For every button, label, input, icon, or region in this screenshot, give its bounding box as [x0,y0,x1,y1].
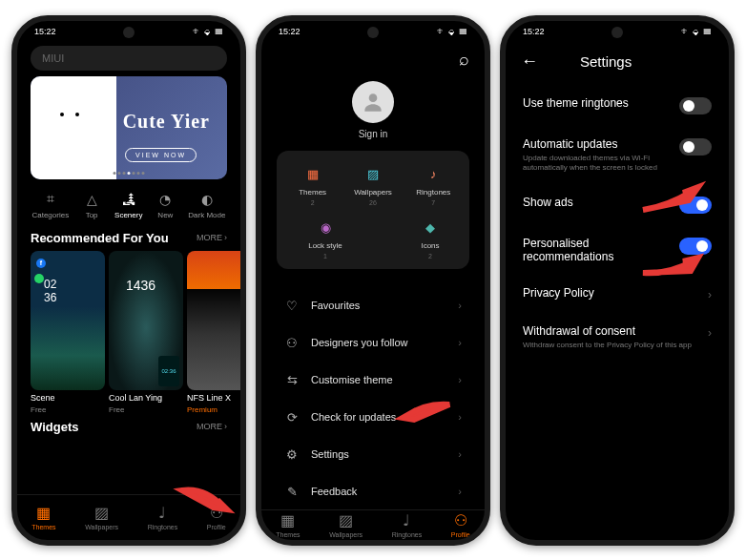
phone-settings: 15:22 ᯤ ⬙ ䷀ ← Settings Use theme rington… [500,15,735,546]
nav-wallpapers[interactable]: ▨Wallpapers [85,504,118,530]
menu-list: ♡Favourites› ⚇Designers you follow› ⇆Cus… [277,288,469,509]
themes-icon: ▦ [280,511,295,529]
theme-card[interactable]: 143602:36 Cool Lan Ying Free [109,251,183,414]
menu-updates[interactable]: ⟳Check for updates› [277,400,469,435]
more-link[interactable]: MORE › [197,233,227,242]
status-time: 15:22 [279,27,300,36]
darkmode-icon: ◐ [198,191,216,208]
profile-icon: ⚇ [454,511,467,529]
chevron-right-icon: › [458,374,462,385]
gear-icon: ⚙ [284,447,300,462]
nav-themes[interactable]: ▦Themes [276,511,300,538]
person-icon: ⚇ [284,336,300,350]
status-time: 15:22 [523,27,545,36]
view-now-button[interactable]: VIEW NOW [125,148,197,162]
chevron-right-icon: › [708,288,712,301]
nav-ringtones[interactable]: ♩Ringtones [392,511,423,538]
tab-categories[interactable]: ⌗Categories [31,191,69,219]
profile-block[interactable]: Sign in [261,77,485,151]
setting-theme-ringtones[interactable]: Use theme ringtones [506,85,729,126]
notch [611,27,623,38]
svg-point-0 [369,93,378,102]
menu-designers[interactable]: ⚇Designers you follow› [277,325,469,361]
toggle[interactable] [679,97,712,114]
theme-card[interactable]: NFstra NFS Line X Premium [187,251,240,414]
carousel-dots[interactable] [114,172,145,175]
signin-label: Sign in [359,129,388,139]
nav-profile[interactable]: ⚇Profile [451,511,470,538]
chevron-right-icon: › [458,337,462,348]
theme-carousel[interactable]: f0236 Scene Free 143602:36 Cool Lan Ying… [17,251,240,414]
toggle[interactable] [679,238,712,255]
more-link[interactable]: MORE › [197,422,227,431]
themes-icon: ▦ [302,164,323,185]
setting-auto-updates[interactable]: Automatic updatesUpdate downloaded theme… [506,126,729,185]
new-icon: ◔ [156,191,174,208]
setting-privacy[interactable]: Privacy Policy › [506,275,729,313]
phone-themes-home: 15:22 ᯤ ⬙ ䷀ MIUI Cute Yier VIEW NOW ⌗Cat… [11,15,246,546]
section-title: Recommended For You [31,231,169,245]
menu-favourites[interactable]: ♡Favourites› [277,288,469,323]
stat-wallpapers[interactable]: ▨Wallpapers26 [345,164,401,206]
bottom-nav: ▦Themes ▨Wallpapers ♩Ringtones ⚇Profile [17,494,240,540]
themes-icon: ▦ [36,504,51,522]
notch [123,27,135,38]
search-icon[interactable]: ⌕ [459,50,469,70]
tab-scenery[interactable]: 🏞Scenery [114,191,142,219]
status-icons: ᯤ ⬙ ䷀ [437,27,467,36]
phone-profile: 15:22 ᯤ ⬙ ䷀ ⌕ Sign in ▦Themes2 ▨Wallpape… [256,15,490,546]
nav-wallpapers[interactable]: ▨Wallpapers [329,511,363,538]
stat-lockstyle[interactable]: ◉Lock style1 [298,218,353,259]
search-placeholder: MIUI [42,52,64,64]
search-input[interactable]: MIUI [31,46,227,71]
setting-withdrawal[interactable]: Withdrawal of consentWithdraw consent to… [506,313,729,362]
status-icons: ᯤ ⬙ ䷀ [681,27,712,36]
menu-feedback[interactable]: ✎Feedback› [277,474,469,509]
astronaut-icon [54,107,85,130]
setting-personalised[interactable]: Personalised recommendations [506,225,729,275]
profile-icon: ⚇ [210,504,223,522]
stats-card: ▦Themes2 ▨Wallpapers26 ♪Ringtones7 ◉Lock… [277,151,469,269]
chevron-right-icon: › [458,486,462,497]
lock-icon: ◉ [315,218,336,239]
tab-darkmode[interactable]: ◐Dark Mode [188,191,225,219]
settings-list: Use theme ringtones Automatic updatesUpd… [506,81,729,366]
heart-icon: ♡ [284,299,300,313]
theme-card[interactable]: f0236 Scene Free [31,251,105,414]
ringtones-icon: ♪ [423,164,444,185]
top-bar: ⌕ [261,42,485,77]
nav-themes[interactable]: ▦Themes [31,504,55,530]
edit-icon: ✎ [284,485,300,499]
banner-title: Cute Yier [123,111,210,133]
refresh-icon: ⟳ [284,410,300,425]
featured-banner[interactable]: Cute Yier VIEW NOW [31,76,227,179]
back-button[interactable]: ← [521,52,538,72]
status-icons: ᯤ ⬙ ䷀ [193,27,223,36]
category-tabs: ⌗Categories △Top 🏞Scenery ◔New ◐Dark Mod… [17,185,240,229]
setting-show-ads[interactable]: Show ads [506,184,729,225]
avatar[interactable] [352,81,394,123]
widgets-header: Widgets MORE › [17,418,240,440]
toggle[interactable] [679,138,712,156]
wallpapers-icon: ▨ [94,504,109,522]
menu-customise[interactable]: ⇆Customise theme› [277,363,469,398]
wallpapers-icon: ▨ [339,511,353,529]
menu-settings[interactable]: ⚙Settings› [277,437,469,472]
notch [367,27,379,38]
tab-top[interactable]: △Top [83,191,100,219]
scenery-icon: 🏞 [120,191,137,208]
stat-themes[interactable]: ▦Themes2 [285,164,341,206]
section-title: Widgets [31,420,78,434]
stat-ringtones[interactable]: ♪Ringtones7 [405,164,461,206]
page-title: Settings [580,53,714,70]
nav-ringtones[interactable]: ♩Ringtones [148,504,178,530]
bottom-nav: ▦Themes ▨Wallpapers ♩Ringtones ⚇Profile [261,509,485,540]
stat-icons[interactable]: ◆Icons2 [403,218,458,259]
tab-new[interactable]: ◔New [156,191,174,219]
sliders-icon: ⇆ [284,373,300,387]
nav-profile[interactable]: ⚇Profile [207,504,226,530]
chevron-right-icon: › [458,300,462,311]
toggle[interactable] [679,197,712,214]
icons-icon: ◆ [420,218,441,239]
ringtones-icon: ♩ [158,504,166,522]
